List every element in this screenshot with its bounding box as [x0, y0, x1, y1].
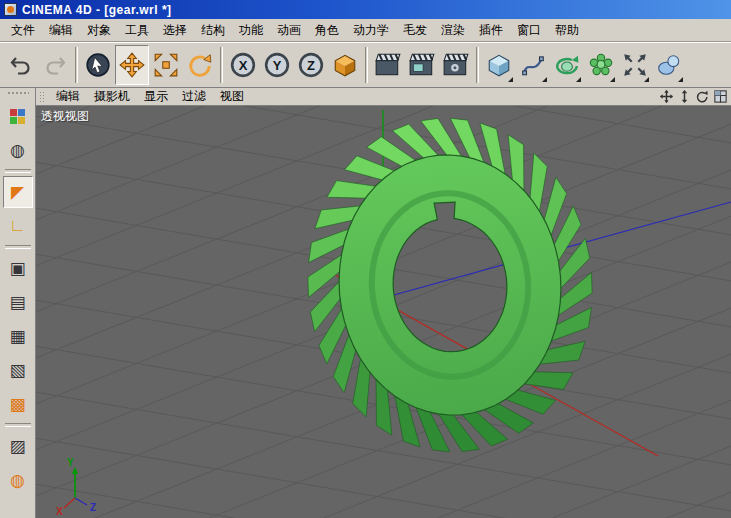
model-mode-button[interactable]: ◍ [3, 134, 33, 166]
rotate-view-button[interactable] [694, 90, 710, 104]
add-primitive-button[interactable] [482, 45, 516, 85]
undo-button[interactable] [4, 45, 38, 85]
edge-mode-button[interactable]: ▤ [3, 286, 33, 318]
pan-view-icon [660, 90, 673, 103]
texture-axis-mode-button[interactable]: ▩ [3, 388, 33, 420]
render-settings-button[interactable] [439, 45, 473, 85]
expand-arrows-icon [622, 52, 648, 78]
toggle-view-icon [714, 90, 727, 103]
texture-mode-button[interactable]: ▧ [3, 354, 33, 386]
vp-menu-cameras[interactable]: 摄影机 [87, 88, 137, 105]
lock-mode-button[interactable]: ◍ [3, 464, 33, 496]
point-mode-button[interactable]: ▣ [3, 252, 33, 284]
make-editable-icon [10, 109, 25, 124]
viewport[interactable]: YXZ 透视视图 [36, 106, 731, 518]
menu-window[interactable]: 窗口 [510, 19, 548, 42]
add-modeling-object-button[interactable] [584, 45, 618, 85]
menubar: 文件 编辑 对象 工具 选择 结构 功能 动画 角色 动力学 毛发 渲染 插件 … [0, 19, 731, 42]
coordinate-cube-icon [332, 52, 358, 78]
array-flower-icon [588, 52, 614, 78]
vp-menu-edit[interactable]: 编辑 [49, 88, 87, 105]
svg-text:Y: Y [273, 58, 282, 73]
spline-icon [520, 52, 546, 78]
lock-globe-icon: ◍ [10, 470, 25, 491]
redo-button[interactable] [38, 45, 72, 85]
workplane-icon: ▨ [9, 436, 25, 457]
menu-plugins[interactable]: 插件 [472, 19, 510, 42]
viewport-menubar: 编辑 摄影机 显示 过滤 视图 [36, 88, 731, 106]
sidebar-grip[interactable] [7, 91, 29, 96]
svg-text:Z: Z [307, 58, 315, 73]
axis-icon: ∟ [9, 216, 26, 236]
blob-icon [656, 52, 682, 78]
vp-menu-filter[interactable]: 过滤 [175, 88, 213, 105]
lock-z-axis-button[interactable]: Z [294, 45, 328, 85]
add-deformer-button[interactable] [652, 45, 686, 85]
menu-help[interactable]: 帮助 [548, 19, 586, 42]
menu-selection[interactable]: 选择 [156, 19, 194, 42]
menu-character[interactable]: 角色 [308, 19, 346, 42]
undo-icon [9, 53, 33, 77]
app-icon [4, 3, 17, 16]
rotate-view-icon [696, 90, 709, 103]
live-selection-button[interactable] [81, 45, 115, 85]
content-area: ◍ ◤ ∟ ▣ ▤ ▦ ▧ ▩ ▨ ◍ 编辑 摄影机 显示 过滤 视图 [0, 88, 731, 518]
polygon-mode-button[interactable]: ▦ [3, 320, 33, 352]
svg-text:X: X [239, 58, 248, 73]
edge-mode-icon: ▤ [9, 292, 25, 313]
menu-dynamics[interactable]: 动力学 [346, 19, 396, 42]
menu-animation[interactable]: 动画 [270, 19, 308, 42]
y-axis-icon: Y [264, 52, 290, 78]
texture-mode-icon: ▧ [9, 360, 25, 381]
move-icon [119, 52, 145, 78]
menu-functions[interactable]: 功能 [232, 19, 270, 42]
menu-hair[interactable]: 毛发 [396, 19, 434, 42]
render-view-button[interactable] [371, 45, 405, 85]
texture-axis-icon: ▩ [9, 394, 25, 415]
lock-y-axis-button[interactable]: Y [260, 45, 294, 85]
object-mode-icon: ◤ [11, 182, 24, 203]
menu-edit[interactable]: 编辑 [42, 19, 80, 42]
toolbar-separator [220, 47, 223, 83]
cinema4d-window: CINEMA 4D - [gear.wrl *] 文件 编辑 对象 工具 选择 … [0, 0, 731, 518]
rotate-icon [187, 52, 213, 78]
point-mode-icon: ▣ [9, 258, 25, 279]
add-expansion-object-button[interactable] [618, 45, 652, 85]
viewport-menubar-grip[interactable] [39, 91, 45, 103]
toolbar-separator [75, 47, 78, 83]
object-mode-button[interactable]: ◤ [3, 176, 33, 208]
add-spline-button[interactable] [516, 45, 550, 85]
z-axis-icon: Z [298, 52, 324, 78]
sidebar-separator [5, 245, 31, 249]
rotate-tool-button[interactable] [183, 45, 217, 85]
coordinate-system-button[interactable] [328, 45, 362, 85]
menu-render[interactable]: 渲染 [434, 19, 472, 42]
add-nurbs-button[interactable] [550, 45, 584, 85]
make-editable-button[interactable] [3, 100, 33, 132]
sidebar-separator [5, 169, 31, 173]
axis-mode-button[interactable]: ∟ [3, 210, 33, 242]
menu-file[interactable]: 文件 [4, 19, 42, 42]
render-clapper-icon [374, 52, 402, 78]
render-settings-clapper-icon [442, 52, 470, 78]
vp-menu-display[interactable]: 显示 [137, 88, 175, 105]
cube-icon [486, 52, 512, 78]
menu-structure[interactable]: 结构 [194, 19, 232, 42]
vp-menu-view[interactable]: 视图 [213, 88, 251, 105]
gizmo-x-label: X [56, 506, 63, 517]
render-picture-clapper-icon [408, 52, 436, 78]
toggle-view-button[interactable] [712, 90, 728, 104]
globe-icon: ◍ [10, 140, 25, 161]
zoom-view-button[interactable] [676, 90, 692, 104]
render-active-view-button[interactable] [405, 45, 439, 85]
scale-tool-button[interactable] [149, 45, 183, 85]
viewport-column: 编辑 摄影机 显示 过滤 视图 [36, 88, 731, 518]
workplane-mode-button[interactable]: ▨ [3, 430, 33, 462]
move-tool-button[interactable] [115, 45, 149, 85]
menu-tools[interactable]: 工具 [118, 19, 156, 42]
menu-objects[interactable]: 对象 [80, 19, 118, 42]
polygon-mode-icon: ▦ [9, 326, 25, 347]
pan-view-button[interactable] [658, 90, 674, 104]
lock-x-axis-button[interactable]: X [226, 45, 260, 85]
gizmo-z-label: Z [90, 502, 96, 513]
